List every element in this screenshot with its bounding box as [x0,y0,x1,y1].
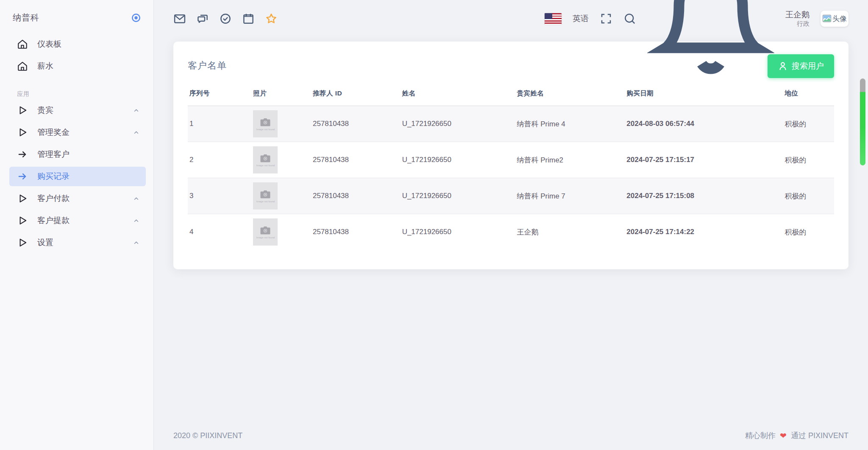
us-flag-icon[interactable] [545,13,562,25]
sidebar-item-label: 管理客户 [37,149,70,160]
status-cell: 积极的 [783,142,834,178]
app-root: 纳普科 仪表板薪水应用贵宾管理奖金管理客户购买记录客户付款客户提款设置 英语 [0,0,868,450]
sidebar-item-manage-customer[interactable]: 管理客户 [9,145,146,164]
sidebar-item-manage-bonus[interactable]: 管理奖金 [9,123,146,142]
language-selector[interactable]: 英语 [573,13,589,24]
sidebar-item-salary[interactable]: 薪水 [9,56,146,76]
name-cell: U_1721926650 [401,106,515,142]
vip-name-cell: 纳普科 Prime 7 [515,178,625,214]
broken-image-icon [822,14,832,23]
sidebar-item-dashboard[interactable]: 仪表板 [9,34,146,54]
vip-name-cell: 王企鹅 [515,214,625,250]
bell-icon [647,0,774,82]
chevron-up-icon [133,129,140,136]
check-circle-icon[interactable] [219,12,232,25]
topbar: 英语 5 王企鹅 行政 [173,0,849,37]
name-cell: U_1721926650 [401,178,515,214]
vip-name-cell: 纳普科 Prime 4 [515,106,625,142]
footer: 2020 © PIIXINVENT 精心制作 ❤ 通过 PIXINVENT [173,430,849,450]
table-header-row: 序列号照片推荐人 ID姓名贵宾姓名购买日期地位 [188,84,834,106]
fullscreen-icon[interactable] [600,12,612,25]
calendar-icon[interactable] [242,12,255,25]
serial-cell: 1 [188,106,251,142]
star-icon[interactable] [265,12,278,25]
sidebar-collapse-toggle-icon[interactable] [131,12,142,23]
serial-cell: 2 [188,142,251,178]
chevron-up-icon [133,107,140,114]
sidebar: 纳普科 仪表板薪水应用贵宾管理奖金管理客户购买记录客户付款客户提款设置 [0,0,154,450]
avatar-alt-text: 头像 [832,14,847,24]
purchase-date-cell: 2024-07-25 17:14:22 [625,214,783,250]
serial-cell: 4 [188,214,251,250]
sidebar-item-purchase-history[interactable]: 购买记录 [9,167,146,186]
search-icon[interactable] [623,12,636,25]
footer-made-with: 精心制作 [745,430,776,441]
purchase-date-cell: 2024-08-03 06:57:44 [625,106,783,142]
name-cell: U_1721926650 [401,214,515,250]
sidebar-nav: 仪表板薪水应用贵宾管理奖金管理客户购买记录客户付款客户提款设置 [0,23,153,252]
play-icon [17,105,28,116]
user-role: 行政 [785,20,810,28]
photo-placeholder-text: Image not found [256,164,275,167]
play-icon [17,215,28,226]
table-row: 1Image not found257810438U_1721926650纳普科… [188,106,834,142]
sidebar-item-label: 设置 [37,237,53,248]
chat-icon[interactable] [196,12,209,25]
status-cell: 积极的 [783,178,834,214]
purchase-date-cell: 2024-07-25 17:15:08 [625,178,783,214]
photo-placeholder: Image not found [253,182,278,210]
sidebar-item-label: 客户付款 [37,193,70,204]
person-icon [778,61,788,71]
heart-icon: ❤ [780,431,787,441]
sidebar-item-customer-withdrawal[interactable]: 客户提款 [9,211,146,230]
notifications-button[interactable]: 5 [647,0,774,82]
table-body: 1Image not found257810438U_1721926650纳普科… [188,106,834,250]
card-title: 客户名单 [188,59,227,72]
status-cell: 积极的 [783,106,834,142]
sidebar-item-label: 薪水 [37,61,53,72]
purchase-date-cell: 2024-07-25 17:15:17 [625,142,783,178]
column-header: 地位 [783,84,834,106]
name-cell: U_1721926650 [401,142,515,178]
camera-icon [260,117,271,127]
column-header: 序列号 [188,84,251,106]
chevron-up-icon [133,195,140,202]
column-header: 照片 [251,84,311,106]
sidebar-item-customer-payment[interactable]: 客户付款 [9,189,146,208]
sidebar-item-label: 购买记录 [37,171,70,182]
arrow-right-icon [17,149,28,160]
search-user-button[interactable]: 搜索用户 [768,54,834,78]
photo-placeholder: Image not found [253,146,278,173]
camera-icon [260,190,271,199]
play-icon [17,193,28,204]
user-menu[interactable]: 王企鹅 行政 [785,10,810,28]
photo-placeholder: Image not found [253,110,278,137]
avatar[interactable]: 头像 [821,11,849,27]
play-icon [17,237,28,248]
footer-by: 通过 PIXINVENT [791,430,849,441]
column-header: 姓名 [401,84,515,106]
sidebar-section-label: 应用 [17,90,153,98]
photo-placeholder-text: Image not found [256,200,275,203]
photo-placeholder-text: Image not found [256,236,275,239]
sidebar-item-vip[interactable]: 贵宾 [9,101,146,120]
page-scrollbar-thumb[interactable] [860,78,865,165]
mail-icon[interactable] [173,12,186,25]
customer-table: 序列号照片推荐人 ID姓名贵宾姓名购买日期地位 1Image not found… [188,84,834,250]
sidebar-item-label: 客户提款 [37,215,70,226]
photo-cell: Image not found [251,214,311,250]
photo-cell: Image not found [251,106,311,142]
brand-name: 纳普科 [13,12,39,23]
referral-id-cell: 257810438 [311,178,401,214]
brand-row: 纳普科 [0,0,153,23]
table-row: 2Image not found257810438U_1721926650纳普科… [188,142,834,178]
sidebar-item-label: 仪表板 [37,39,61,50]
table-row: 4Image not found257810438U_1721926650王企鹅… [188,214,834,250]
photo-placeholder-text: Image not found [256,128,275,131]
column-header: 推荐人 ID [311,84,401,106]
photo-placeholder: Image not found [253,218,278,246]
table-row: 3Image not found257810438U_1721926650纳普科… [188,178,834,214]
chevron-up-icon [133,239,140,246]
sidebar-item-settings[interactable]: 设置 [9,233,146,252]
topbar-shortcut-icons [173,12,278,25]
